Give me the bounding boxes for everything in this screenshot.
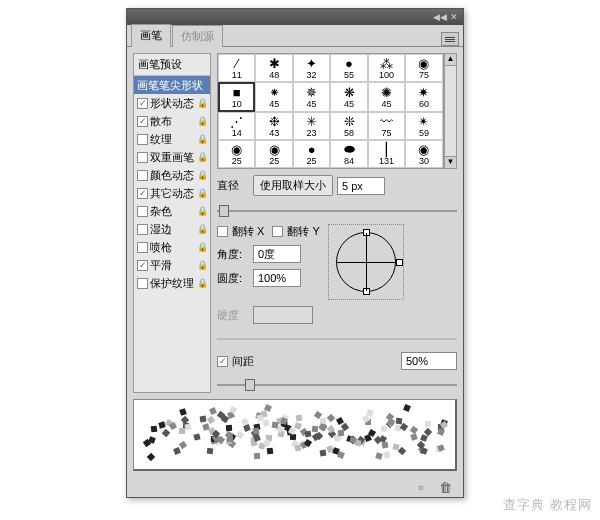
brush-swatch-icon: ✦: [303, 56, 321, 70]
sidebar-item-3[interactable]: 纹理🔒: [134, 130, 210, 148]
brush-cell-11[interactable]: ∕11: [218, 54, 255, 82]
diameter-field[interactable]: [337, 177, 385, 195]
angle-label: 角度:: [217, 247, 249, 262]
brush-cell-10[interactable]: ■10: [218, 82, 255, 112]
sidebar-checkbox-10[interactable]: ✓: [137, 260, 148, 271]
spacing-checkbox[interactable]: ✓: [217, 356, 228, 367]
brush-cell-30[interactable]: ◉30: [405, 140, 442, 168]
sidebar-item-7[interactable]: 杂色🔒: [134, 202, 210, 220]
brush-swatch-icon: ⬬: [340, 142, 358, 156]
sidebar-checkbox-5[interactable]: [137, 170, 148, 181]
brush-size-label: 25: [307, 156, 317, 166]
sidebar-item-9[interactable]: 喷枪🔒: [134, 238, 210, 256]
titlebar: ◀◀ ✕: [127, 9, 463, 25]
brush-size-label: 75: [419, 70, 429, 80]
brush-cell-48[interactable]: ✱48: [255, 54, 292, 82]
brush-cell-59[interactable]: ✴59: [405, 112, 442, 140]
sidebar-item-6[interactable]: ✓其它动态🔒: [134, 184, 210, 202]
brush-cell-75[interactable]: 〰75: [368, 112, 405, 140]
brush-cell-14[interactable]: ⋰14: [218, 112, 255, 140]
brush-size-label: 14: [232, 128, 242, 138]
brush-size-label: 58: [344, 128, 354, 138]
use-sample-size-button[interactable]: 使用取样大小: [253, 175, 333, 196]
brush-size-label: 11: [232, 70, 242, 80]
collapse-icon[interactable]: ◀◀: [433, 12, 443, 22]
roundness-field[interactable]: [253, 269, 301, 287]
brush-swatch-icon: ●: [340, 56, 358, 70]
sidebar-checkbox-11[interactable]: [137, 278, 148, 289]
sidebar-item-2[interactable]: ✓散布🔒: [134, 112, 210, 130]
brush-cell-45[interactable]: ❋45: [330, 82, 367, 112]
diameter-label: 直径: [217, 178, 249, 193]
brush-cell-55[interactable]: ●55: [330, 54, 367, 82]
hardness-field: [253, 306, 313, 324]
scroll-up-icon[interactable]: ▲: [445, 54, 456, 66]
tab-row: 画笔 仿制源: [127, 25, 463, 47]
sidebar-item-5[interactable]: 颜色动态🔒: [134, 166, 210, 184]
sidebar-label: 画笔笔尖形状: [137, 78, 203, 93]
brush-cell-43[interactable]: ❉43: [255, 112, 292, 140]
sidebar-checkbox-8[interactable]: [137, 224, 148, 235]
new-preset-icon[interactable]: ▫: [413, 480, 429, 496]
tab-clone[interactable]: 仿制源: [172, 25, 223, 47]
sidebar-checkbox-9[interactable]: [137, 242, 148, 253]
sidebar-item-1[interactable]: ✓形状动态🔒: [134, 94, 210, 112]
sidebar-item-0[interactable]: 画笔笔尖形状: [134, 76, 210, 94]
sidebar-label: 散布: [150, 114, 172, 129]
brush-size-label: 75: [381, 128, 391, 138]
flip-x-checkbox[interactable]: [217, 226, 228, 237]
brush-cell-25[interactable]: ●25: [293, 140, 330, 168]
lock-icon: 🔒: [197, 206, 207, 216]
panel-menu-icon[interactable]: [441, 32, 459, 46]
main-area: ∕11✱48✦32●55⁂100◉75■10⁕45✵45❋45✺45✷60⋰14…: [217, 53, 457, 393]
sidebar-checkbox-2[interactable]: ✓: [137, 116, 148, 127]
brush-swatch-icon: ✱: [265, 56, 283, 70]
brush-cell-100[interactable]: ⁂100: [368, 54, 405, 82]
close-icon[interactable]: ✕: [449, 12, 459, 22]
angle-field[interactable]: [253, 245, 301, 263]
sidebar-checkbox-1[interactable]: ✓: [137, 98, 148, 109]
brush-swatch-icon: ❋: [340, 85, 358, 99]
brush-cell-32[interactable]: ✦32: [293, 54, 330, 82]
trash-icon[interactable]: 🗑: [437, 480, 453, 496]
brush-cell-45[interactable]: ✵45: [293, 82, 330, 112]
scroll-down-icon[interactable]: ▼: [445, 156, 456, 168]
brush-cell-60[interactable]: ✷60: [405, 82, 442, 112]
sidebar-header[interactable]: 画笔预设: [134, 54, 210, 76]
angle-control[interactable]: [328, 224, 404, 300]
brush-size-label: 60: [419, 99, 429, 109]
brush-size-label: 25: [232, 156, 242, 166]
sidebar-item-4[interactable]: 双重画笔🔒: [134, 148, 210, 166]
brush-cell-45[interactable]: ✺45: [368, 82, 405, 112]
sidebar-label: 平滑: [150, 258, 172, 273]
brush-size-label: 45: [269, 99, 279, 109]
hardness-slider: [217, 332, 457, 346]
lock-icon: 🔒: [197, 188, 207, 198]
spacing-slider[interactable]: [217, 378, 457, 392]
brush-grid-scrollbar[interactable]: ▲ ▼: [444, 53, 457, 169]
flip-y-checkbox[interactable]: [272, 226, 283, 237]
brush-size-label: 45: [344, 99, 354, 109]
sidebar-checkbox-7[interactable]: [137, 206, 148, 217]
sidebar-label: 双重画笔: [150, 150, 194, 165]
sidebar-checkbox-3[interactable]: [137, 134, 148, 145]
brush-cell-45[interactable]: ⁕45: [255, 82, 292, 112]
sidebar-item-8[interactable]: 湿边🔒: [134, 220, 210, 238]
sidebar-label: 杂色: [150, 204, 172, 219]
tab-brush[interactable]: 画笔: [131, 24, 171, 47]
diameter-slider[interactable]: [217, 204, 457, 218]
brush-cell-75[interactable]: ◉75: [405, 54, 442, 82]
brush-cell-58[interactable]: ❊58: [330, 112, 367, 140]
brush-cell-84[interactable]: ⬬84: [330, 140, 367, 168]
brush-cell-25[interactable]: ◉25: [218, 140, 255, 168]
sidebar-checkbox-6[interactable]: ✓: [137, 188, 148, 199]
diameter-row: 直径 使用取样大小: [217, 175, 457, 196]
brush-cell-25[interactable]: ◉25: [255, 140, 292, 168]
lock-icon: 🔒: [197, 242, 207, 252]
sidebar-item-10[interactable]: ✓平滑🔒: [134, 256, 210, 274]
brush-cell-23[interactable]: ✳23: [293, 112, 330, 140]
sidebar-checkbox-4[interactable]: [137, 152, 148, 163]
sidebar-item-11[interactable]: 保护纹理🔒: [134, 274, 210, 292]
spacing-field[interactable]: [401, 352, 457, 370]
brush-cell-131[interactable]: ⎮131: [368, 140, 405, 168]
